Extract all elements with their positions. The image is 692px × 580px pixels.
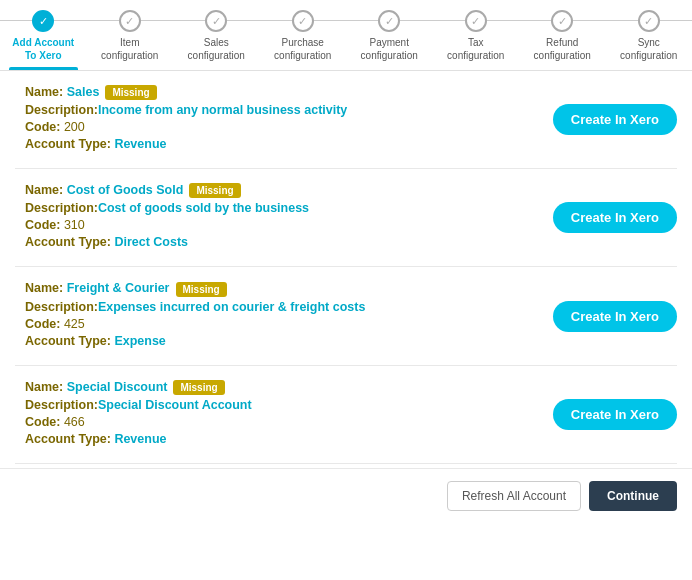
create-xero-button-3[interactable]: Create In Xero <box>553 399 677 430</box>
account-type-row-2: Account Type: Expense <box>25 334 533 348</box>
account-card-1: Name: Cost of Goods SoldMissingDescripti… <box>15 169 677 267</box>
account-type-3: Revenue <box>114 432 166 446</box>
name-label-1: Name: <box>25 183 63 197</box>
account-code-row-3: Code: 466 <box>25 415 533 429</box>
account-type-row-1: Account Type: Direct Costs <box>25 235 533 249</box>
continue-button[interactable]: Continue <box>589 481 677 511</box>
account-code-3: 466 <box>64 415 85 429</box>
account-desc-row-3: Description:Special Discount Account <box>25 398 533 412</box>
account-name-3: Special Discount <box>67 380 168 394</box>
step-refund-config[interactable]: ✓Refundconfiguration <box>519 10 606 70</box>
step-purchase-config[interactable]: ✓Purchaseconfiguration <box>260 10 347 70</box>
create-xero-button-2[interactable]: Create In Xero <box>553 301 677 332</box>
account-card-2: Name: Freight & CourierMissingDescriptio… <box>15 267 677 365</box>
type-label-1: Account Type: <box>25 235 111 249</box>
account-name-row-2: Name: Freight & CourierMissing <box>25 281 533 296</box>
step-circle-sync-config: ✓ <box>638 10 660 32</box>
step-circle-add-account: ✓ <box>32 10 54 32</box>
type-label-3: Account Type: <box>25 432 111 446</box>
account-code-row-2: Code: 425 <box>25 317 533 331</box>
name-label-2: Name: <box>25 281 63 295</box>
step-label-payment-config: Paymentconfiguration <box>361 36 418 62</box>
account-name-row-1: Name: Cost of Goods SoldMissing <box>25 183 533 198</box>
missing-badge-2: Missing <box>176 282 227 297</box>
step-sync-config[interactable]: ✓Syncconfiguration <box>606 10 693 70</box>
account-name-0: Sales <box>67 85 100 99</box>
code-label-3: Code: <box>25 415 60 429</box>
desc-label-0: Description: <box>25 103 98 117</box>
step-add-account[interactable]: ✓Add AccountTo Xero <box>0 10 87 70</box>
account-info-2: Name: Freight & CourierMissingDescriptio… <box>25 281 533 350</box>
refresh-button[interactable]: Refresh All Account <box>447 481 581 511</box>
step-circle-refund-config: ✓ <box>551 10 573 32</box>
step-item-config[interactable]: ✓Itemconfiguration <box>87 10 174 70</box>
account-desc-2: Expenses incurred on courier & freight c… <box>98 300 365 314</box>
account-code-1: 310 <box>64 218 85 232</box>
code-label-1: Code: <box>25 218 60 232</box>
account-desc-3: Special Discount Account <box>98 398 252 412</box>
step-label-refund-config: Refundconfiguration <box>534 36 591 62</box>
step-label-purchase-config: Purchaseconfiguration <box>274 36 331 62</box>
account-code-row-1: Code: 310 <box>25 218 533 232</box>
account-code-0: 200 <box>64 120 85 134</box>
code-label-2: Code: <box>25 317 60 331</box>
step-circle-item-config: ✓ <box>119 10 141 32</box>
account-type-0: Revenue <box>114 137 166 151</box>
account-desc-row-2: Description:Expenses incurred on courier… <box>25 300 533 314</box>
type-label-0: Account Type: <box>25 137 111 151</box>
create-xero-button-1[interactable]: Create In Xero <box>553 202 677 233</box>
account-code-row-0: Code: 200 <box>25 120 533 134</box>
stepper: ✓Add AccountTo Xero✓Itemconfiguration✓Sa… <box>0 0 692 71</box>
code-label-0: Code: <box>25 120 60 134</box>
step-label-tax-config: Taxconfiguration <box>447 36 504 62</box>
account-type-1: Direct Costs <box>114 235 188 249</box>
main-content: Name: SalesMissingDescription:Income fro… <box>0 71 692 464</box>
step-label-sync-config: Syncconfiguration <box>620 36 677 62</box>
account-type-row-3: Account Type: Revenue <box>25 432 533 446</box>
missing-badge-0: Missing <box>105 85 156 100</box>
step-label-add-account: Add AccountTo Xero <box>12 36 74 62</box>
account-info-1: Name: Cost of Goods SoldMissingDescripti… <box>25 183 533 252</box>
missing-badge-3: Missing <box>173 380 224 395</box>
step-circle-tax-config: ✓ <box>465 10 487 32</box>
account-desc-row-1: Description:Cost of goods sold by the bu… <box>25 201 533 215</box>
account-desc-row-0: Description:Income from any normal busin… <box>25 103 533 117</box>
account-name-row-3: Name: Special DiscountMissing <box>25 380 533 395</box>
account-card-0: Name: SalesMissingDescription:Income fro… <box>15 71 677 169</box>
account-card-3: Name: Special DiscountMissingDescription… <box>15 366 677 464</box>
missing-badge-1: Missing <box>189 183 240 198</box>
type-label-2: Account Type: <box>25 334 111 348</box>
account-desc-0: Income from any normal business activity <box>98 103 347 117</box>
account-code-2: 425 <box>64 317 85 331</box>
step-payment-config[interactable]: ✓Paymentconfiguration <box>346 10 433 70</box>
create-xero-button-0[interactable]: Create In Xero <box>553 104 677 135</box>
desc-label-1: Description: <box>25 201 98 215</box>
account-type-row-0: Account Type: Revenue <box>25 137 533 151</box>
account-info-3: Name: Special DiscountMissingDescription… <box>25 380 533 449</box>
account-info-0: Name: SalesMissingDescription:Income fro… <box>25 85 533 154</box>
step-tax-config[interactable]: ✓Taxconfiguration <box>433 10 520 70</box>
account-name-1: Cost of Goods Sold <box>67 183 184 197</box>
desc-label-3: Description: <box>25 398 98 412</box>
step-circle-sales-config: ✓ <box>205 10 227 32</box>
account-name-row-0: Name: SalesMissing <box>25 85 533 100</box>
step-circle-purchase-config: ✓ <box>292 10 314 32</box>
step-sales-config[interactable]: ✓Salesconfiguration <box>173 10 260 70</box>
desc-label-2: Description: <box>25 300 98 314</box>
step-label-item-config: Itemconfiguration <box>101 36 158 62</box>
step-label-sales-config: Salesconfiguration <box>188 36 245 62</box>
step-circle-payment-config: ✓ <box>378 10 400 32</box>
footer: Refresh All Account Continue <box>0 468 692 523</box>
name-label-3: Name: <box>25 380 63 394</box>
account-type-2: Expense <box>114 334 165 348</box>
name-label-0: Name: <box>25 85 63 99</box>
account-name-2: Freight & Courier <box>67 281 170 295</box>
account-desc-1: Cost of goods sold by the business <box>98 201 309 215</box>
